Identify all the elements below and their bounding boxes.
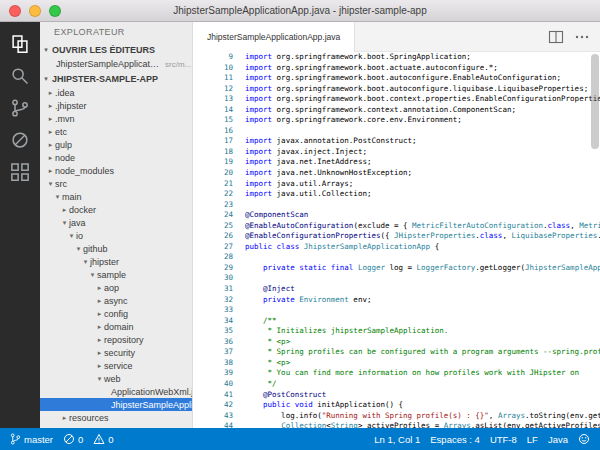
tree-item-aop[interactable]: ▸aop	[40, 281, 192, 294]
tree-item-config[interactable]: ▸config	[40, 307, 192, 320]
tree-item-repository[interactable]: ▸repository	[40, 333, 192, 346]
code-line-12[interactable]: 12import org.springframework.boot.autoco…	[201, 84, 600, 95]
code-line-30[interactable]: 30	[201, 273, 600, 284]
tree-item-src[interactable]: ▾src	[40, 177, 192, 190]
code-line-34[interactable]: 34 /**	[201, 316, 600, 327]
code-text: @EnableAutoConfiguration(exclude = { Met…	[245, 221, 600, 232]
code-line-20[interactable]: 20import java.net.UnknownHostException;	[201, 168, 600, 179]
code-line-11[interactable]: 11import org.springframework.boot.autoco…	[201, 73, 600, 84]
tree-item-java[interactable]: ▾java	[40, 216, 192, 229]
code-line-35[interactable]: 35 * Initializes jhipsterSampleApplicati…	[201, 326, 600, 337]
split-editor-icon[interactable]	[548, 29, 564, 45]
code-line-13[interactable]: 13import org.springframework.boot.contex…	[201, 94, 600, 105]
tree-item-github[interactable]: ▾github	[40, 242, 192, 255]
code-line-25[interactable]: 25@EnableAutoConfiguration(exclude = { M…	[201, 221, 600, 232]
code-line-18[interactable]: 18import javax.inject.Inject;	[201, 147, 600, 158]
error-count[interactable]: 0	[63, 433, 83, 445]
code-line-32[interactable]: 32 private Environment env;	[201, 295, 600, 306]
project-section-header[interactable]: ▾ JHIPSTER-SAMPLE-APP	[40, 71, 192, 86]
zoom-button[interactable]	[49, 5, 61, 17]
tree-item-io[interactable]: ▾io	[40, 229, 192, 242]
tab-label: JhipsterSampleApplicationApp.java	[207, 32, 340, 42]
chevron-down-icon: ▾	[81, 258, 90, 266]
code-line-10[interactable]: 10import org.springframework.boot.actuat…	[201, 63, 600, 74]
tree-item-node[interactable]: ▸node	[40, 151, 192, 164]
line-number: 34	[201, 316, 245, 327]
tree-item-gulp[interactable]: ▸gulp	[40, 138, 192, 151]
code-line-22[interactable]: 22import java.util.Collection;	[201, 189, 600, 200]
code-line-33[interactable]: 33	[201, 305, 600, 316]
code-line-9[interactable]: 9import org.springframework.boot.SpringA…	[201, 52, 600, 63]
scrollbar-thumb[interactable]	[591, 54, 599, 149]
tree-item-ApplicationWebXml.java[interactable]: ApplicationWebXml.java	[40, 385, 192, 398]
tree-item-jhipster[interactable]: ▾jhipster	[40, 255, 192, 268]
cursor-position[interactable]: Ln 1, Col 1	[374, 434, 420, 445]
code-line-24[interactable]: 24@ComponentScan	[201, 210, 600, 221]
code-line-26[interactable]: 26@EnableConfigurationProperties({ JHips…	[201, 231, 600, 242]
chevron-right-icon: ▸	[46, 154, 55, 162]
minimize-button[interactable]	[29, 5, 41, 17]
chevron-down-icon: ▾	[95, 375, 104, 383]
code-line-41[interactable]: 41 @PostConstruct	[201, 390, 600, 401]
code-line-15[interactable]: 15import org.springframework.core.env.En…	[201, 115, 600, 126]
tree-item-main[interactable]: ▾main	[40, 190, 192, 203]
error-count-value: 0	[78, 434, 83, 445]
code-line-40[interactable]: 40 */	[201, 379, 600, 390]
tree-item-web[interactable]: ▾web	[40, 372, 192, 385]
code-line-17[interactable]: 17import javax.annotation.PostConstruct;	[201, 136, 600, 147]
eol-selector[interactable]: LF	[527, 434, 538, 445]
code-line-21[interactable]: 21import java.util.Arrays;	[201, 179, 600, 190]
close-button[interactable]	[9, 5, 21, 17]
language-mode[interactable]: Java	[548, 434, 568, 445]
code-line-31[interactable]: 31 @Inject	[201, 284, 600, 295]
open-editors-header[interactable]: ▾ OUVRIR LES ÉDITEURS	[40, 42, 192, 57]
tab-jhipster-sample-application-app[interactable]: JhipsterSampleApplicationApp.java	[193, 22, 355, 52]
encoding-selector[interactable]: UTF-8	[490, 434, 517, 445]
code-line-28[interactable]: 28	[201, 252, 600, 263]
tree-item-JhipsterSampleApplicationApp.java[interactable]: JhipsterSampleApplicationApp.java	[40, 398, 192, 411]
code-text: * <p>	[245, 358, 600, 369]
code-line-44[interactable]: 44 Collection<String> activeProfiles = A…	[201, 421, 600, 428]
tree-item-docker[interactable]: ▸docker	[40, 203, 192, 216]
code-line-19[interactable]: 19import java.net.InetAddress;	[201, 157, 600, 168]
code-line-43[interactable]: 43 log.info("Running with Spring profile…	[201, 411, 600, 422]
branch-indicator[interactable]: master	[10, 432, 53, 446]
tree-item-.mvn[interactable]: ▸.mvn	[40, 112, 192, 125]
tree-item-.idea[interactable]: ▸.idea	[40, 86, 192, 99]
activity-debug-button[interactable]	[0, 124, 40, 156]
code-line-38[interactable]: 38 * <p>	[201, 358, 600, 369]
code-line-14[interactable]: 14import org.springframework.context.ann…	[201, 105, 600, 116]
tree-item-service[interactable]: ▸service	[40, 359, 192, 372]
tree-item-node_modules[interactable]: ▸node_modules	[40, 164, 192, 177]
code-line-23[interactable]: 23	[201, 200, 600, 211]
tree-item-sample[interactable]: ▾sample	[40, 268, 192, 281]
code-line-16[interactable]: 16	[201, 126, 600, 137]
code-text	[245, 273, 600, 284]
feedback-button[interactable]	[578, 433, 590, 445]
tree-item-etc[interactable]: ▸etc	[40, 125, 192, 138]
code-text: public class JhipsterSampleApplicationAp…	[245, 242, 600, 253]
more-actions-icon[interactable]	[574, 29, 590, 45]
tree-item-.jhipster[interactable]: ▸.jhipster	[40, 99, 192, 112]
open-editor-item[interactable]: JhipsterSampleApplicationApp.java src/m.…	[40, 57, 192, 71]
warning-count[interactable]: 0	[93, 433, 113, 445]
code-line-39[interactable]: 39 * You can find more information on ho…	[201, 368, 600, 379]
activity-explorer-button[interactable]	[0, 28, 40, 60]
tree-item-domain[interactable]: ▸domain	[40, 320, 192, 333]
activity-source-control-button[interactable]	[0, 92, 40, 124]
code-line-42[interactable]: 42 public void initApplication() {	[201, 400, 600, 411]
code-text: import org.springframework.boot.autoconf…	[245, 84, 600, 95]
tree-item-resources[interactable]: ▸resources	[40, 411, 192, 424]
status-left: master 0 0	[10, 432, 114, 446]
tree-item-async[interactable]: ▸async	[40, 294, 192, 307]
code-line-37[interactable]: 37 * Spring profiles can be configured w…	[201, 347, 600, 358]
code-line-29[interactable]: 29 private static final Logger log = Log…	[201, 263, 600, 274]
indentation-setting[interactable]: Espaces : 4	[430, 434, 480, 445]
code-area[interactable]: 9import org.springframework.boot.SpringA…	[193, 52, 600, 428]
code-line-36[interactable]: 36 * <p>	[201, 337, 600, 348]
tree-item-label: etc	[55, 127, 67, 137]
tree-item-security[interactable]: ▸security	[40, 346, 192, 359]
activity-search-button[interactable]	[0, 60, 40, 92]
activity-extensions-button[interactable]	[0, 156, 40, 188]
code-line-27[interactable]: 27public class JhipsterSampleApplication…	[201, 242, 600, 253]
